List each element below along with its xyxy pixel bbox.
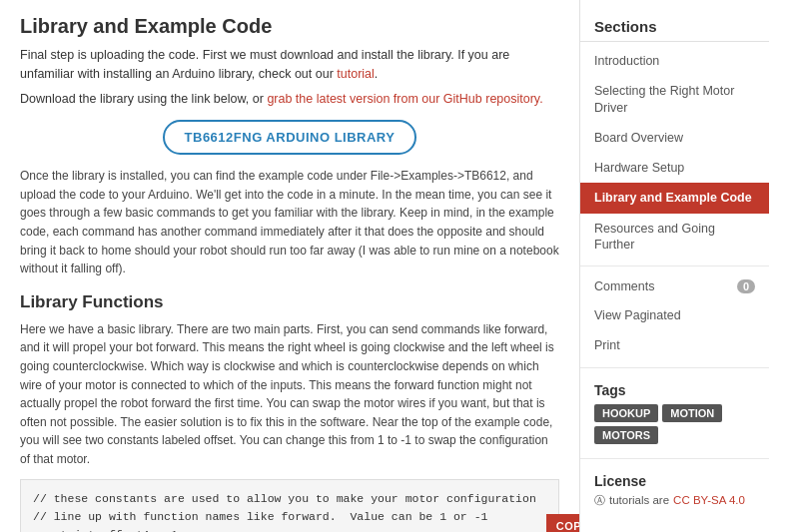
tag-list: HOOKUP MOTION MOTORS bbox=[594, 404, 755, 444]
tutorial-link[interactable]: tutorial bbox=[337, 67, 375, 81]
license-text: Ⓐ tutorials are CC BY-SA 4.0 bbox=[594, 493, 755, 508]
tags-title: Tags bbox=[594, 382, 755, 398]
main-content: Library and Example Code Final step is u… bbox=[0, 0, 579, 532]
sidebar-tags-section: Tags HOOKUP MOTION MOTORS bbox=[580, 374, 769, 452]
sidebar-item-print[interactable]: Print bbox=[580, 330, 769, 360]
tag-hookup[interactable]: HOOKUP bbox=[594, 404, 658, 422]
library-functions-title: Library Functions bbox=[20, 292, 559, 312]
cc-icon: Ⓐ bbox=[594, 493, 605, 508]
sidebar-divider-3 bbox=[580, 458, 769, 459]
sidebar-sections-title: Sections bbox=[580, 10, 769, 42]
license-link[interactable]: CC BY-SA 4.0 bbox=[673, 494, 745, 506]
body-text-1: Once the library is installed, you can f… bbox=[20, 167, 559, 278]
sidebar-item-introduction[interactable]: Introduction bbox=[580, 46, 769, 76]
sidebar-item-view-paginated[interactable]: View Paginated bbox=[580, 300, 769, 330]
sidebar-item-comments[interactable]: Comments 0 bbox=[580, 272, 769, 300]
page-title: Library and Example Code bbox=[20, 15, 559, 38]
library-download-button[interactable]: TB6612FNG ARDUINO LIBRARY bbox=[163, 120, 417, 155]
tag-motors[interactable]: MOTORS bbox=[594, 426, 658, 444]
sidebar-divider-2 bbox=[580, 367, 769, 368]
comments-badge: 0 bbox=[737, 279, 755, 293]
code-block-1: // these constants are used to allow you… bbox=[20, 479, 559, 532]
tag-motion[interactable]: MOTION bbox=[662, 404, 722, 422]
code-text-1: // these constants are used to allow you… bbox=[33, 490, 536, 532]
sidebar-item-board-overview[interactable]: Board Overview bbox=[580, 123, 769, 153]
library-button-container: TB6612FNG ARDUINO LIBRARY bbox=[20, 120, 559, 155]
sidebar-item-resources[interactable]: Resources and Going Further bbox=[580, 214, 769, 261]
sidebar-license-section: License Ⓐ tutorials are CC BY-SA 4.0 bbox=[580, 465, 769, 516]
license-title: License bbox=[594, 473, 755, 489]
intro-paragraph-1: Final step is uploading the code. First … bbox=[20, 46, 559, 84]
sidebar: Sections Introduction Selecting the Righ… bbox=[579, 0, 769, 532]
copy-code-button-1[interactable]: COPY CODE bbox=[546, 514, 579, 532]
intro-paragraph-2: Download the library using the link belo… bbox=[20, 90, 559, 109]
sidebar-item-library[interactable]: Library and Example Code bbox=[580, 183, 769, 213]
sidebar-item-hardware-setup[interactable]: Hardware Setup bbox=[580, 153, 769, 183]
sidebar-divider-1 bbox=[580, 266, 769, 266]
sidebar-item-selecting[interactable]: Selecting the Right Motor Driver bbox=[580, 76, 769, 123]
body-text-2: Here we have a basic library. There are … bbox=[20, 320, 559, 469]
github-link[interactable]: grab the latest version from our GitHub … bbox=[267, 92, 542, 106]
